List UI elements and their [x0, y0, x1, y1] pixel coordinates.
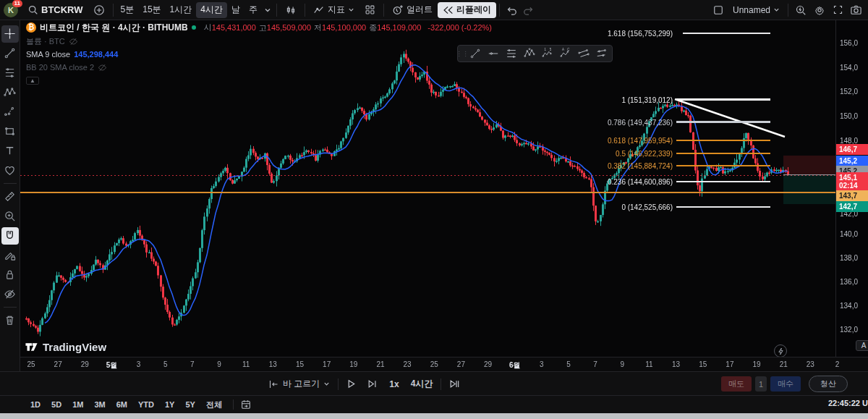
emoji-icon[interactable]: [1, 162, 19, 179]
chevron-down-icon[interactable]: [264, 7, 271, 14]
layout-name-button[interactable]: Unnamed: [728, 2, 785, 18]
price-tick: 136,0: [840, 278, 858, 286]
fib-level-line[interactable]: [676, 153, 770, 154]
legend-collapse-button[interactable]: ▲: [26, 77, 39, 85]
interval-button-5분[interactable]: 5분: [116, 2, 139, 18]
replay-interval-button[interactable]: 4시간: [407, 376, 437, 393]
save-checkbox-icon[interactable]: [713, 5, 723, 15]
lightning-mode-icon[interactable]: [774, 344, 787, 357]
clock-timezone[interactable]: 22:45:22 U: [828, 399, 868, 407]
interval-button-1시간[interactable]: 1시간: [166, 2, 197, 18]
quick-search-icon[interactable]: [791, 2, 810, 18]
ohlc-value: 145,109,000: [377, 24, 421, 32]
fib-level-line[interactable]: [676, 206, 770, 208]
speed-button[interactable]: 1x: [386, 376, 402, 393]
user-avatar[interactable]: K 11: [4, 3, 18, 17]
crosshair-icon[interactable]: [1, 25, 19, 43]
sma-indicator-label[interactable]: SMA 9 close: [26, 51, 70, 59]
price-tick: 138,0: [840, 254, 858, 262]
price-axis[interactable]: A 156,0154,0152,0150,0148,0142,0140,0138…: [835, 20, 868, 357]
auto-scale-button[interactable]: A: [856, 340, 868, 351]
hide-all-icon[interactable]: [1, 286, 19, 303]
fib-retracement-icon[interactable]: [1, 64, 19, 82]
xabcd-pattern-favorite-icon[interactable]: [520, 46, 538, 62]
close-position-button[interactable]: 청산: [809, 376, 848, 392]
undo-button[interactable]: [503, 2, 520, 18]
time-tick: 5월: [99, 360, 124, 371]
trend-line-favorite-icon[interactable]: [466, 46, 484, 62]
zoom-in-icon[interactable]: [1, 208, 19, 225]
screenshot-camera-icon[interactable]: [847, 2, 865, 18]
replay-button[interactable]: 리플레이: [438, 2, 496, 18]
shapes-icon[interactable]: [1, 123, 19, 140]
time-tick: 21: [771, 360, 796, 368]
interval-button-15분[interactable]: 15분: [138, 2, 165, 18]
bb-indicator-label[interactable]: BB 20 SMA close 2: [26, 64, 94, 72]
horizontal-line-drawing[interactable]: [20, 192, 835, 193]
go-to-date-icon[interactable]: [240, 399, 252, 410]
fib-level-line[interactable]: [676, 98, 770, 101]
volume-indicator-label[interactable]: 볼륨 · BTC: [26, 38, 65, 46]
range-button-1Y[interactable]: 1Y: [161, 399, 179, 410]
range-button-5D[interactable]: 5D: [47, 399, 66, 410]
time-tick: 15: [691, 360, 715, 368]
range-button-1D[interactable]: 1D: [26, 399, 45, 410]
sell-button[interactable]: 매도: [721, 376, 752, 392]
magnet-icon[interactable]: [1, 227, 19, 245]
select-bar-button[interactable]: 바 고르기: [265, 376, 333, 393]
flat-channel-favorite-icon[interactable]: [592, 46, 610, 62]
range-button-전체[interactable]: 전체: [202, 398, 226, 412]
price-tick: 134,0: [840, 302, 858, 310]
settings-gear-icon[interactable]: [810, 2, 829, 18]
time-tick: 29: [72, 360, 97, 368]
range-button-1M[interactable]: 1M: [68, 399, 88, 410]
draw-lock-icon[interactable]: [1, 247, 19, 264]
range-button-3M[interactable]: 3M: [90, 399, 109, 410]
fib-level-line[interactable]: [676, 121, 770, 123]
symbol-search[interactable]: BTCKRW: [22, 2, 88, 18]
text-icon[interactable]: [1, 143, 19, 160]
chart-style-button[interactable]: [280, 2, 302, 18]
replay-toolbar: 바 고르기 1x 4시간 매도 1 매수 청산: [0, 371, 868, 395]
remove-all-icon[interactable]: [1, 312, 19, 329]
range-button-5Y[interactable]: 5Y: [181, 399, 199, 410]
fib-level-line[interactable]: [676, 181, 770, 182]
buy-button[interactable]: 매수: [770, 376, 801, 392]
fib-level-line[interactable]: [676, 140, 770, 141]
fib-level-label: 0.382 (145,884,724): [506, 162, 673, 170]
range-button-YTD[interactable]: YTD: [134, 399, 158, 410]
measure-icon[interactable]: [1, 188, 19, 206]
jump-to-end-button[interactable]: [446, 376, 463, 393]
interval-button-4시간[interactable]: 4시간: [196, 2, 227, 18]
legend-title[interactable]: 비트코인 / 한국 원 · 4시간 · BITHUMB: [40, 23, 188, 32]
eye-hidden-icon[interactable]: [98, 63, 107, 72]
fib-retracement-favorite-icon[interactable]: [502, 46, 520, 62]
interval-button-날[interactable]: 날: [227, 2, 244, 18]
fullscreen-icon[interactable]: [829, 2, 847, 18]
fib-level-line[interactable]: [676, 165, 770, 166]
time-axis[interactable]: 2527295월3579111315171921232527296월357911…: [20, 357, 868, 371]
layout-templates-button[interactable]: [359, 2, 380, 18]
forecast-icon[interactable]: [1, 103, 19, 121]
eye-hidden-icon[interactable]: [69, 37, 78, 46]
indicators-button[interactable]: 지표: [308, 2, 359, 18]
alert-button[interactable]: 얼러트: [387, 2, 438, 18]
trend-line-icon[interactable]: [1, 45, 19, 62]
quantity-field[interactable]: 1: [755, 376, 767, 392]
range-button-6M[interactable]: 6M: [112, 399, 132, 410]
compare-add-button[interactable]: [88, 2, 110, 18]
pattern-icon[interactable]: [1, 84, 19, 101]
horizontal-line-favorite-icon[interactable]: [484, 46, 502, 62]
chevron-down-icon: [323, 381, 330, 387]
fib-level-line[interactable]: [683, 33, 770, 34]
step-forward-button[interactable]: [364, 376, 381, 393]
time-tick: 11: [637, 360, 661, 368]
elliott-correction-wave-favorite-icon[interactable]: AC: [556, 46, 574, 62]
interval-button-주[interactable]: 주: [244, 2, 262, 18]
play-button[interactable]: [343, 376, 359, 393]
redo-button[interactable]: [520, 2, 537, 18]
drag-handle-icon[interactable]: ⋮⋮: [459, 46, 466, 62]
parallel-channel-favorite-icon[interactable]: [574, 46, 592, 62]
lock-all-icon[interactable]: [1, 266, 19, 284]
elliott-impulse-wave-favorite-icon[interactable]: 15: [538, 46, 556, 62]
